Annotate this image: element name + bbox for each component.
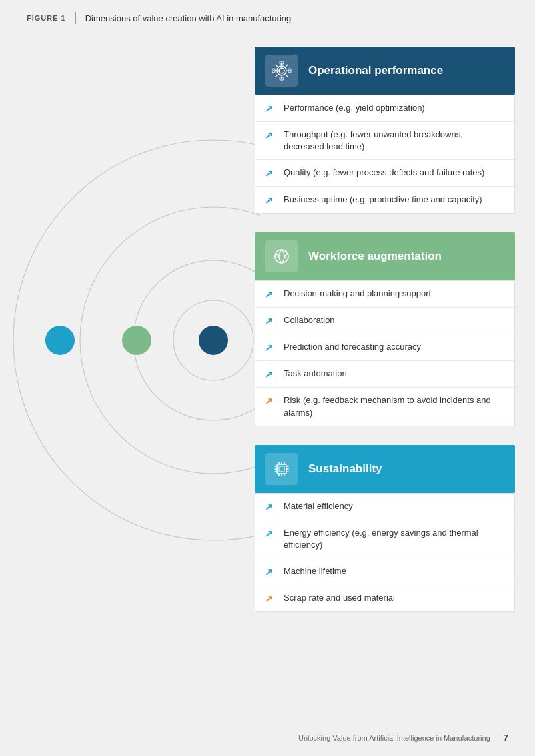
header-title: Dimensions of value creation with AI in … bbox=[85, 13, 292, 23]
item-text: Material efficiency bbox=[284, 500, 353, 512]
items-list-sustainability: ↗ Material efficiency ↗ Energy efficienc… bbox=[255, 493, 515, 612]
brain-icon bbox=[265, 240, 298, 272]
svg-text:↗: ↗ bbox=[265, 103, 273, 114]
header-divider bbox=[75, 12, 76, 24]
item-text: Throughput (e.g. fewer unwanted breakdow… bbox=[284, 129, 505, 153]
page: FIGURE 1 Dimensions of value creation wi… bbox=[0, 0, 535, 756]
arrow-orange-icon: ↗ bbox=[265, 395, 277, 407]
item-text: Collaboration bbox=[284, 314, 335, 326]
section-header-operational: Operational performance bbox=[255, 47, 515, 95]
gear-icon bbox=[265, 55, 298, 87]
diagram-area bbox=[0, 40, 260, 641]
item-text: Performance (e.g. yield optimization) bbox=[284, 102, 425, 114]
arrow-up-icon: ↗ bbox=[265, 342, 277, 354]
svg-point-2 bbox=[80, 207, 260, 474]
list-item: ↗ Quality (e.g. fewer process defects an… bbox=[255, 160, 514, 187]
svg-point-17 bbox=[275, 250, 288, 263]
svg-text:↗: ↗ bbox=[265, 168, 273, 179]
svg-text:↗: ↗ bbox=[265, 316, 273, 326]
list-item: ↗ Machine lifetime bbox=[255, 558, 514, 585]
items-list-workforce: ↗ Decision-making and planning support ↗… bbox=[255, 280, 515, 426]
section-header-workforce: Workforce augmentation bbox=[255, 232, 515, 280]
diagram-svg bbox=[0, 40, 260, 641]
footer-text: Unlocking Value from Artificial Intellig… bbox=[298, 734, 490, 742]
arrow-up-icon: ↗ bbox=[265, 167, 277, 179]
figure-label: FIGURE 1 bbox=[27, 14, 66, 22]
item-text: Decision-making and planning support bbox=[284, 288, 431, 300]
arrow-up-icon: ↗ bbox=[265, 528, 277, 540]
section-title-workforce: Workforce augmentation bbox=[308, 250, 442, 263]
footer-page: 7 bbox=[504, 733, 508, 743]
svg-point-8 bbox=[277, 66, 286, 75]
chip-icon bbox=[265, 453, 298, 485]
svg-rect-23 bbox=[277, 464, 286, 474]
item-text: Prediction and forecasting accuracy bbox=[284, 341, 421, 353]
svg-rect-24 bbox=[279, 466, 284, 472]
content-area: Operational performance ↗ Performance (e… bbox=[255, 40, 535, 637]
section-workforce: Workforce augmentation ↗ Decision-making… bbox=[255, 232, 515, 426]
list-item: ↗ Throughput (e.g. fewer unwanted breakd… bbox=[255, 122, 514, 160]
item-text: Risk (e.g. feedback mechanism to avoid i… bbox=[284, 394, 505, 418]
arrow-up-icon: ↗ bbox=[265, 501, 277, 513]
list-item: ↗ Scrap rate and used material bbox=[255, 585, 514, 611]
item-text: Business uptime (e.g. productive time an… bbox=[284, 194, 482, 206]
arrow-up-icon: ↗ bbox=[265, 315, 277, 327]
svg-text:↗: ↗ bbox=[265, 528, 273, 539]
svg-point-7 bbox=[279, 68, 284, 73]
svg-text:↗: ↗ bbox=[265, 342, 273, 353]
svg-text:↗: ↗ bbox=[265, 289, 273, 300]
svg-point-6 bbox=[199, 326, 228, 355]
svg-text:↗: ↗ bbox=[265, 566, 273, 577]
list-item: ↗ Business uptime (e.g. productive time … bbox=[255, 187, 514, 213]
section-header-sustainability: Sustainability bbox=[255, 445, 515, 493]
section-title-operational: Operational performance bbox=[308, 64, 443, 77]
item-text: Machine lifetime bbox=[284, 565, 346, 577]
svg-text:↗: ↗ bbox=[265, 502, 273, 512]
item-text: Scrap rate and used material bbox=[284, 592, 395, 604]
arrow-orange-icon: ↗ bbox=[265, 593, 277, 605]
items-list-operational: ↗ Performance (e.g. yield optimization) … bbox=[255, 95, 515, 214]
svg-point-5 bbox=[122, 326, 151, 355]
list-item: ↗ Material efficiency bbox=[255, 494, 514, 520]
item-text: Quality (e.g. fewer process defects and … bbox=[284, 167, 484, 179]
item-text: Energy efficiency (e.g. energy savings a… bbox=[284, 527, 505, 551]
item-text: Task automation bbox=[284, 368, 347, 380]
svg-point-1 bbox=[133, 260, 260, 420]
arrow-up-icon: ↗ bbox=[265, 194, 277, 206]
footer: Unlocking Value from Artificial Intellig… bbox=[0, 733, 535, 743]
list-item: ↗ Decision-making and planning support bbox=[255, 281, 514, 308]
svg-text:↗: ↗ bbox=[265, 593, 273, 604]
list-item: ↗ Performance (e.g. yield optimization) bbox=[255, 95, 514, 122]
arrow-up-icon: ↗ bbox=[265, 288, 277, 300]
arrow-up-icon: ↗ bbox=[265, 368, 277, 380]
section-sustainability: Sustainability ↗ Material efficiency ↗ E… bbox=[255, 445, 515, 612]
svg-text:↗: ↗ bbox=[265, 369, 273, 380]
list-item: ↗ Task automation bbox=[255, 361, 514, 388]
section-title-sustainability: Sustainability bbox=[308, 462, 382, 476]
section-operational: Operational performance ↗ Performance (e… bbox=[255, 47, 515, 214]
svg-text:↗: ↗ bbox=[265, 396, 273, 406]
svg-text:↗: ↗ bbox=[265, 130, 273, 141]
list-item: ↗ Prediction and forecasting accuracy bbox=[255, 334, 514, 361]
list-item: ↗ Collaboration bbox=[255, 308, 514, 334]
arrow-up-icon: ↗ bbox=[265, 129, 277, 141]
list-item: ↗ Energy efficiency (e.g. energy savings… bbox=[255, 520, 514, 558]
arrow-up-icon: ↗ bbox=[265, 103, 277, 115]
header: FIGURE 1 Dimensions of value creation wi… bbox=[0, 0, 535, 31]
arrow-up-icon: ↗ bbox=[265, 566, 277, 578]
svg-point-4 bbox=[45, 326, 75, 355]
svg-text:↗: ↗ bbox=[265, 195, 273, 206]
list-item: ↗ Risk (e.g. feedback mechanism to avoid… bbox=[255, 388, 514, 425]
